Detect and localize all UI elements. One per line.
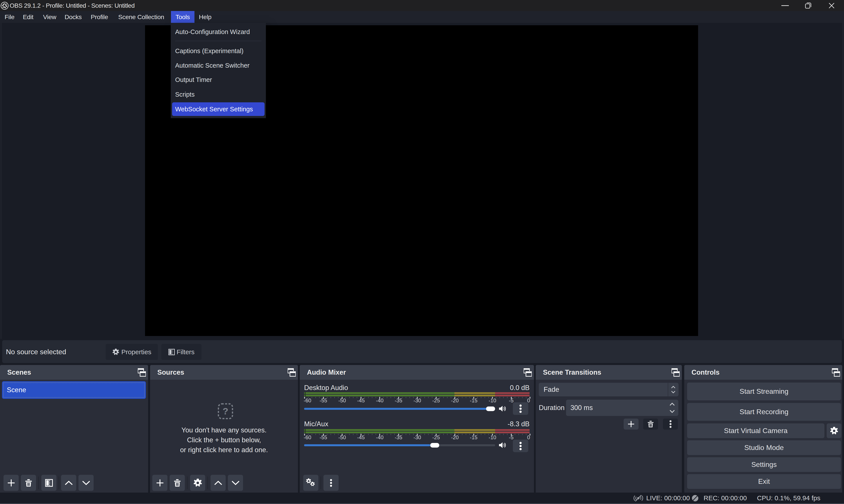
svg-text:?: ?: [223, 406, 228, 416]
